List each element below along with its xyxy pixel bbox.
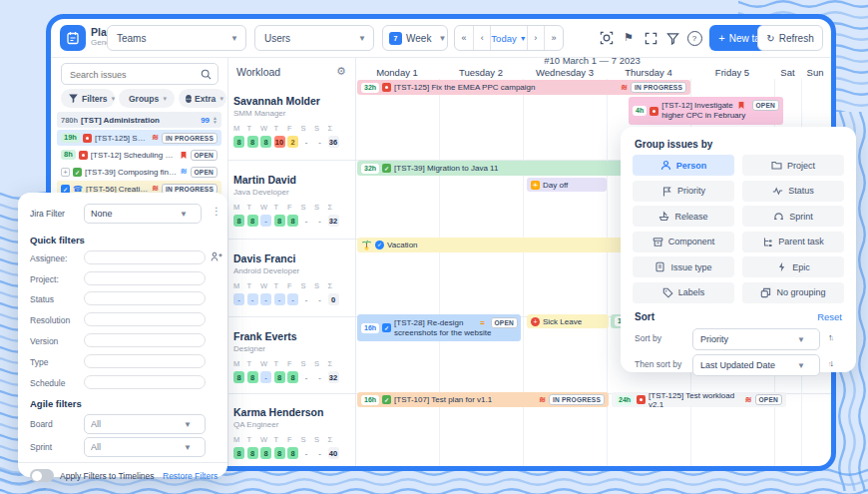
sort-direction-icon[interactable]: ↑↓ bbox=[828, 332, 832, 342]
version-input[interactable] bbox=[84, 333, 206, 347]
workload-total: 32 bbox=[328, 215, 339, 227]
group-option-issue-type[interactable]: Issue type bbox=[633, 256, 734, 277]
group-option-sprint[interactable]: Sprint bbox=[742, 206, 844, 227]
day-off-bar[interactable]: ☀ Day off bbox=[527, 178, 607, 192]
groups-button[interactable]: Groups ▼ bbox=[119, 89, 175, 108]
group-option-no-grouping[interactable]: No grouping bbox=[742, 282, 844, 303]
jira-filter-select[interactable]: None ▼ bbox=[84, 204, 202, 224]
day-header[interactable]: Sun bbox=[801, 67, 829, 78]
day-header[interactable]: Friday 5 bbox=[690, 67, 774, 78]
sprint-select[interactable]: All ▼ bbox=[84, 437, 206, 457]
filters-button[interactable]: Filters ▼ bbox=[61, 89, 115, 108]
chevron-down-icon: ▼ bbox=[431, 34, 453, 43]
sort-arrows-icon[interactable]: ▲▼ bbox=[213, 116, 217, 125]
teams-select-value: Teams bbox=[108, 33, 146, 44]
task-label: [TST-125] Fix the EMEA PPC campaign bbox=[394, 83, 535, 92]
palm-icon bbox=[361, 240, 372, 250]
sort-by-select[interactable]: Priority ▼ bbox=[692, 328, 820, 350]
group-option-component[interactable]: Component bbox=[633, 232, 734, 252]
day-header[interactable]: Tuesday 2 bbox=[439, 67, 523, 78]
person-card[interactable]: Savannah Molder SMM Manager MTWTFSSΣ 888… bbox=[233, 95, 351, 148]
task-row[interactable]: + ✓ [TST-39] Composing financial reports… bbox=[57, 164, 221, 180]
sick-icon: + bbox=[531, 317, 540, 326]
group-option-person[interactable]: Person bbox=[633, 155, 734, 176]
type-input[interactable] bbox=[84, 354, 206, 368]
sidebar-divider bbox=[227, 58, 228, 466]
search-input[interactable] bbox=[68, 66, 192, 84]
nav-next-button[interactable]: › bbox=[528, 26, 544, 50]
teams-select[interactable]: Teams ▼ bbox=[107, 25, 246, 51]
task-bar-tst28[interactable]: 16h ✓ [TST-28] Re-design screenshots for… bbox=[357, 314, 521, 341]
today-label: Today bbox=[491, 33, 516, 44]
person-add-icon[interactable] bbox=[211, 250, 222, 262]
workload-total: 40 bbox=[328, 447, 339, 459]
flag-icon[interactable]: ⚑ bbox=[620, 28, 638, 46]
person-role: QA Engineer bbox=[233, 420, 351, 429]
sick-leave-label: Sick Leave bbox=[543, 317, 582, 326]
task-label: [TST-39] Migration to Java 11 bbox=[394, 164, 498, 173]
person-card[interactable]: Frank Everts Designer MTWTFSSΣ 88-88--32 bbox=[233, 330, 351, 383]
scope-icon[interactable] bbox=[598, 29, 616, 47]
fullscreen-icon[interactable] bbox=[642, 29, 659, 47]
task-icon: ✓ bbox=[382, 164, 391, 173]
lightning-icon bbox=[776, 261, 787, 272]
extra-label: Extra bbox=[195, 94, 216, 104]
day-header[interactable]: Monday 1 bbox=[355, 67, 439, 78]
hierarchy-icon bbox=[762, 237, 773, 247]
assignee-input[interactable] bbox=[84, 250, 206, 264]
users-select[interactable]: Users ▼ bbox=[254, 25, 374, 51]
group-option-parent-task[interactable]: Parent task bbox=[742, 232, 844, 252]
filter-funnel-icon[interactable] bbox=[663, 29, 681, 47]
task-bar-tst125[interactable]: 32h [TST-125] Fix the EMEA PPC campaign … bbox=[357, 80, 690, 95]
expand-plus-icon[interactable]: + bbox=[61, 168, 70, 177]
dots-vertical-icon[interactable]: ⋮ bbox=[212, 206, 221, 217]
sort-reset-link[interactable]: Reset bbox=[817, 311, 842, 322]
project-input[interactable] bbox=[84, 271, 206, 285]
nav-prev-button[interactable]: ‹ bbox=[474, 26, 490, 50]
group-option-epic[interactable]: Epic bbox=[742, 256, 844, 277]
nav-next-fast-button[interactable]: » bbox=[545, 26, 563, 50]
restore-filters-link[interactable]: Restore Filters bbox=[163, 471, 217, 481]
group-option-release[interactable]: Release bbox=[633, 206, 734, 227]
task-bar-tst125b[interactable]: 24h [TST-125] Test workload v2.1 ≋ OPEN bbox=[612, 392, 786, 407]
workload-settings-gear-icon[interactable]: ⚙ bbox=[336, 65, 346, 78]
person-card[interactable]: Karma Henderson QA Engineer MTWTFSSΣ 888… bbox=[233, 406, 351, 459]
search-icon[interactable] bbox=[201, 69, 212, 80]
status-input[interactable] bbox=[84, 291, 206, 305]
today-button[interactable]: Today ▼ bbox=[491, 26, 526, 50]
board-select[interactable]: All ▼ bbox=[84, 414, 206, 434]
extra-button[interactable]: ⋯ Extra ▼ bbox=[179, 89, 226, 108]
status-badge: OPEN bbox=[755, 394, 783, 405]
estimate-chip: 19h bbox=[61, 133, 80, 143]
sick-leave-bar[interactable]: + Sick Leave bbox=[527, 314, 609, 328]
workload-divider bbox=[355, 58, 356, 466]
planner-app-icon[interactable] bbox=[60, 25, 86, 51]
group-option-priority[interactable]: Priority bbox=[633, 181, 734, 202]
group-header-row[interactable]: 780h [TST] Administration 99 ▲▼ bbox=[57, 112, 221, 128]
person-role: Java Developer bbox=[233, 188, 351, 197]
nav-prev-fast-button[interactable]: « bbox=[455, 26, 473, 50]
group-option-labels[interactable]: Labels bbox=[633, 282, 734, 303]
task-bar-tst12[interactable]: 4h [TST-12] Investigate higher CPC in Fe… bbox=[629, 97, 783, 125]
task-bar-tst107[interactable]: 16h ✓ [TST-107] Test plan for v1.1 ≋ IN … bbox=[357, 392, 609, 407]
resolution-input[interactable] bbox=[84, 312, 206, 326]
group-option-status[interactable]: Status bbox=[742, 181, 844, 202]
task-row[interactable]: 19h [TST-125] Scheduling appoi... ≋ IN P… bbox=[57, 130, 221, 146]
week-view-select[interactable]: 7 Week ▼ bbox=[382, 25, 448, 51]
then-sort-direction-icon[interactable]: ↑↓ bbox=[828, 358, 832, 368]
priority-highest-icon: ≋ bbox=[745, 395, 752, 404]
help-icon[interactable]: ? bbox=[685, 29, 703, 47]
refresh-button[interactable]: ↻ Refresh bbox=[757, 25, 823, 51]
group-option-project[interactable]: Project bbox=[742, 155, 844, 176]
person-card[interactable]: Davis Franci Android Developer MTWTFSSΣ … bbox=[233, 252, 351, 305]
apply-filters-toggle[interactable] bbox=[30, 469, 54, 482]
day-header[interactable]: Wednesday 3 bbox=[523, 67, 607, 78]
status-badge: OPEN bbox=[491, 317, 519, 328]
day-header[interactable]: Sat bbox=[774, 67, 801, 78]
then-sort-select[interactable]: Last Updated Date ▼ bbox=[692, 354, 820, 376]
person-card[interactable]: Martin David Java Developer MTWTFSSΣ 88-… bbox=[233, 174, 351, 227]
day-header[interactable]: Thursday 4 bbox=[607, 67, 690, 78]
bug-icon bbox=[637, 395, 646, 404]
task-row[interactable]: 8h [TST-12] Scheduling conference or ...… bbox=[57, 147, 221, 163]
schedule-input[interactable] bbox=[84, 375, 206, 389]
